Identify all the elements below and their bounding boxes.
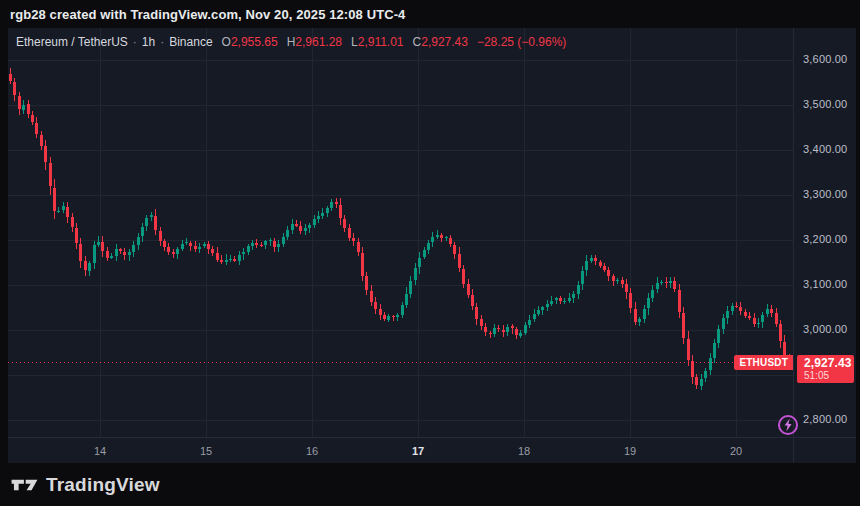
close-value: 2,927.43 <box>421 35 468 49</box>
attribution-bar: rgb28 created with TradingView.com, Nov … <box>0 0 860 28</box>
price-axis-label: 3,000.00 <box>803 323 847 335</box>
change-text: −28.25 (−0.96%) <box>477 35 566 49</box>
tradingview-logo-icon <box>11 474 38 496</box>
ohlc-low: L2,911.01 <box>351 35 404 49</box>
ohlc-high: H2,961.28 <box>287 35 342 49</box>
time-axis-label: 20 <box>730 445 742 457</box>
tradingview-logo-text: TradingView <box>46 474 160 496</box>
time-axis-label: 18 <box>518 445 530 457</box>
attribution-text: rgb28 created with TradingView.com, Nov … <box>10 7 405 22</box>
price-axis[interactable]: 3,600.003,500.003,400.003,300.003,200.00… <box>793 28 856 463</box>
price-axis-label: 3,200.00 <box>803 233 847 245</box>
chart-legend[interactable]: Ethereum / TetherUS · 1h · Binance O2,95… <box>16 35 566 49</box>
last-price-tag: 2,927.43 51:05 <box>797 355 854 383</box>
low-value: 2,911.01 <box>358 35 404 49</box>
screenshot-root: rgb28 created with TradingView.com, Nov … <box>0 0 860 506</box>
high-label: H <box>287 35 296 49</box>
chart-panel[interactable]: Ethereum / TetherUS · 1h · Binance O2,95… <box>8 28 856 463</box>
ohlc-close: C2,927.43 <box>413 35 468 49</box>
candle-countdown: 51:05 <box>804 370 854 381</box>
time-axis-label: 14 <box>94 445 106 457</box>
open-label: O <box>222 35 231 49</box>
open-value: 2,955.65 <box>231 35 278 49</box>
interval-label[interactable]: 1h <box>142 35 155 49</box>
exchange-label[interactable]: Binance <box>169 35 212 49</box>
time-axis[interactable]: 14151617181920 <box>8 437 856 463</box>
ohlc-open: O2,955.65 <box>222 35 278 49</box>
symbol-name[interactable]: Ethereum / TetherUS <box>16 35 128 49</box>
high-value: 2,961.28 <box>295 35 342 49</box>
time-axis-label: 17 <box>412 445 424 457</box>
price-axis-label: 2,800.00 <box>803 413 847 425</box>
price-axis-label: 3,600.00 <box>803 53 847 65</box>
price-axis-label: 3,100.00 <box>803 278 847 290</box>
price-axis-label: 3,300.00 <box>803 188 847 200</box>
lightning-icon <box>777 414 799 436</box>
tradingview-logo[interactable]: TradingView <box>11 474 160 496</box>
separator-dot: · <box>133 35 137 49</box>
price-axis-label: 3,500.00 <box>803 98 847 110</box>
candlestick-chart[interactable] <box>8 28 793 437</box>
separator-dot: · <box>160 35 164 49</box>
time-axis-label: 16 <box>306 445 318 457</box>
time-axis-label: 15 <box>200 445 212 457</box>
footer-bar: TradingView <box>0 463 860 506</box>
boost-button[interactable] <box>777 414 799 436</box>
time-axis-label: 19 <box>624 445 636 457</box>
low-label: L <box>351 35 358 49</box>
last-price-value: 2,927.43 <box>804 357 854 370</box>
close-label: C <box>413 35 422 49</box>
price-axis-label: 3,400.00 <box>803 143 847 155</box>
last-price-symbol-tag: ETHUSDT <box>734 355 793 370</box>
